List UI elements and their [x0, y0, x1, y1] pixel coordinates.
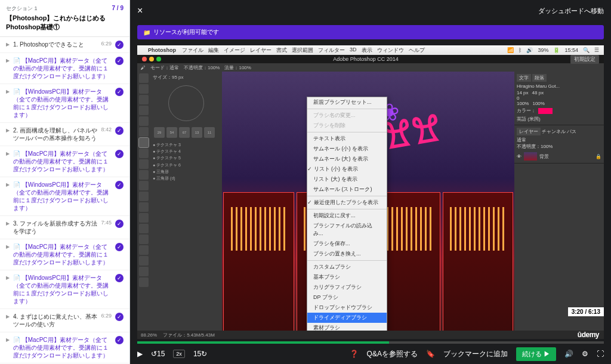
mac-menubar: Photoshop ファイル編集イメージレイヤー書式選択範囲フィルター3D表示ウ… [137, 45, 604, 55]
lock-icon: 🔒 [595, 154, 601, 159]
rewind-15-button[interactable]: ↺15 [151, 350, 165, 358]
bookmark-link[interactable]: ブックマークに追加 [443, 349, 508, 359]
ps-tool[interactable] [139, 149, 149, 158]
sidebar-item[interactable]: ▶📄 【WindowsPC用】素材データ（全ての動画の使用素材です。受講前に１度… [0, 84, 129, 123]
ps-tool[interactable] [139, 106, 149, 115]
udemy-watermark: ûdemy [578, 331, 599, 339]
mac-menus: ファイル編集イメージレイヤー書式選択範囲フィルター3D表示ウィンドウヘルプ [182, 47, 425, 54]
sidebar-item[interactable]: ▶3. ファイルを新規作成する方法を学ぼう7:45✓ [0, 216, 129, 239]
course-sidebar: セクション 1 7 / 9 【Photoshop】これからはじめるPhotosh… [0, 0, 130, 364]
time-tooltip: 3:20 / 6:13 [568, 307, 604, 316]
pink-swirl-stroke: ꖏꖏ [379, 107, 445, 158]
menu-icon: ☰ [594, 47, 599, 53]
battery-icon: 🔋 [553, 47, 560, 53]
sidebar-item[interactable]: ▶📄 【WindowsPC用】素材データ（全ての動画の使用素材です。受講前に１度… [0, 177, 129, 216]
dashboard-link[interactable]: ダッシュボードへ移動 [538, 7, 604, 16]
ps-statusbar: 88.26% ファイル：5.43M/5.43M [137, 331, 604, 339]
sidebar-item[interactable]: ▶1. Photoshopでできること6:29✓ [0, 37, 129, 53]
fullscreen-button[interactable]: ⛶ [597, 350, 604, 358]
ps-tool[interactable] [139, 138, 149, 147]
brush-icon: 🖌 [141, 65, 146, 70]
ps-workspace: サイズ：95 px 2954671311 ● テクスチャ 3● テクスチャ 4●… [137, 72, 604, 339]
progress-bar[interactable] [137, 341, 604, 344]
ps-tool[interactable] [139, 235, 149, 244]
sidebar-list[interactable]: ▶1. Photoshopでできること6:29✓▶📄 【MacPC用】素材データ… [0, 37, 129, 364]
clock: 15:54 [564, 47, 578, 53]
volume-button[interactable]: 🔊 [564, 350, 573, 358]
folder-icon: 📁 [143, 29, 150, 36]
player-controls: ▶ ↺15 2x 15↻ ❓ Q&Aを参照する 🔖 ブックマークに追加 続ける … [130, 344, 611, 364]
ps-tool[interactable] [139, 84, 149, 94]
ps-tool[interactable] [139, 127, 149, 137]
sidebar-item[interactable]: ▶📄 【MacPC用】素材データ（全ての動画の使用素材です。受講前に１度だけダウ… [0, 53, 129, 84]
ps-canvas[interactable]: ❀❀❀ ꖏꖏ 新規ブラシプリセット...ブラシ名の変更...ブラシを削除テキスト… [222, 72, 514, 339]
ps-tool[interactable] [139, 95, 149, 104]
ps-tool[interactable] [139, 213, 149, 223]
ps-tool[interactable] [139, 159, 149, 169]
ps-tool[interactable] [139, 181, 149, 190]
ps-tool[interactable] [139, 170, 149, 180]
wifi-icon: 📶 [507, 47, 514, 53]
sidebar-item[interactable]: ▶📄 【MacPC用】素材データ（全ての動画の使用素材です。受講前に１度だけダウ… [0, 332, 129, 363]
ps-tool[interactable] [139, 116, 149, 126]
settings-button[interactable]: ⚙ [582, 350, 588, 358]
ps-tool[interactable] [139, 277, 149, 287]
ps-tool[interactable] [139, 202, 149, 212]
brush-preset-flyout[interactable]: 新規ブラシプリセット...ブラシ名の変更...ブラシを削除テキスト表示サムネール… [307, 97, 387, 339]
ps-tool[interactable] [139, 73, 149, 83]
sidebar-item[interactable]: ▶4. まずはじめに覚えたい、基本ツールの使い方6:29✓ [0, 309, 129, 332]
search-icon: 🔍 [583, 47, 590, 53]
ps-titlebar: Adobe Photoshop CC 2014 初期設定 [137, 55, 604, 63]
bt-icon: ᛒ [519, 47, 521, 53]
bookmark-icon: 🔖 [426, 350, 435, 358]
speed-button[interactable]: 2x [173, 350, 185, 358]
sidebar-item[interactable]: ▶📄 【WindowsPC用】素材データ（全ての動画の使用素材です。受講前に１度… [0, 270, 129, 309]
vol-icon: 🔊 [526, 47, 533, 53]
video-frame[interactable]: Photoshop ファイル編集イメージレイヤー書式選択範囲フィルター3D表示ウ… [137, 45, 604, 339]
main-area: × ダッシュボードへ移動 📁 リソースが利用可能です Photoshop ファイ… [130, 0, 611, 364]
ps-options-bar: 🖌 モード：通常 不透明度：100% 流量：100% [137, 63, 604, 72]
sidebar-header: セクション 1 7 / 9 【Photoshop】これからはじめるPhotosh… [0, 0, 129, 37]
qa-icon: ❓ [350, 350, 359, 358]
ps-toolbar[interactable] [137, 72, 150, 339]
app-name: Photoshop [148, 47, 176, 53]
ps-tool[interactable] [139, 192, 149, 201]
battery-pct: 39% [538, 47, 548, 53]
player-topbar: × ダッシュボードへ移動 [130, 0, 611, 21]
resources-chip[interactable]: 📁 リソースが利用可能です [137, 25, 604, 39]
preset-btn[interactable]: 初期設定 [570, 55, 599, 64]
sidebar-item[interactable]: ▶2. 画面構成を理解し、パネルやツールバーの基本操作を知ろう8:42✓ [0, 123, 129, 146]
ps-right-panels[interactable]: 文字 段落 Hiragino Maru Got... 14 px48 px 0 … [514, 72, 604, 339]
forward-15-button[interactable]: 15↻ [193, 350, 207, 358]
section-progress: 7 / 9 [112, 5, 124, 11]
brush-panel[interactable]: サイズ：95 px 2954671311 ● テクスチャ 3● テクスチャ 4●… [150, 72, 222, 339]
section-label: セクション 1 [6, 5, 38, 11]
section-title: 【Photoshop】これからはじめるPhotoshop基礎① [6, 14, 124, 32]
continue-button[interactable]: 続ける ▶ [516, 347, 556, 361]
eye-icon[interactable]: 👁 [517, 154, 521, 159]
ps-tool[interactable] [139, 224, 149, 233]
color-swatch[interactable] [538, 108, 553, 114]
qa-link[interactable]: Q&Aを参照する [367, 349, 418, 359]
brush-preview [168, 85, 204, 121]
ps-tool[interactable] [139, 256, 149, 266]
sidebar-item[interactable]: ▶📄 【MacPC用】素材データ（全ての動画の使用素材です。受講前に１度だけダウ… [0, 146, 129, 177]
sidebar-item[interactable]: ▶📄 【MacPC用】素材データ（全ての動画の使用素材です。受講前に１度だけダウ… [0, 239, 129, 270]
ps-tool[interactable] [139, 245, 149, 255]
play-button[interactable]: ▶ [137, 350, 143, 358]
ps-tool[interactable] [139, 267, 149, 276]
layer-thumb[interactable] [524, 152, 537, 161]
close-icon[interactable]: × [137, 5, 143, 16]
